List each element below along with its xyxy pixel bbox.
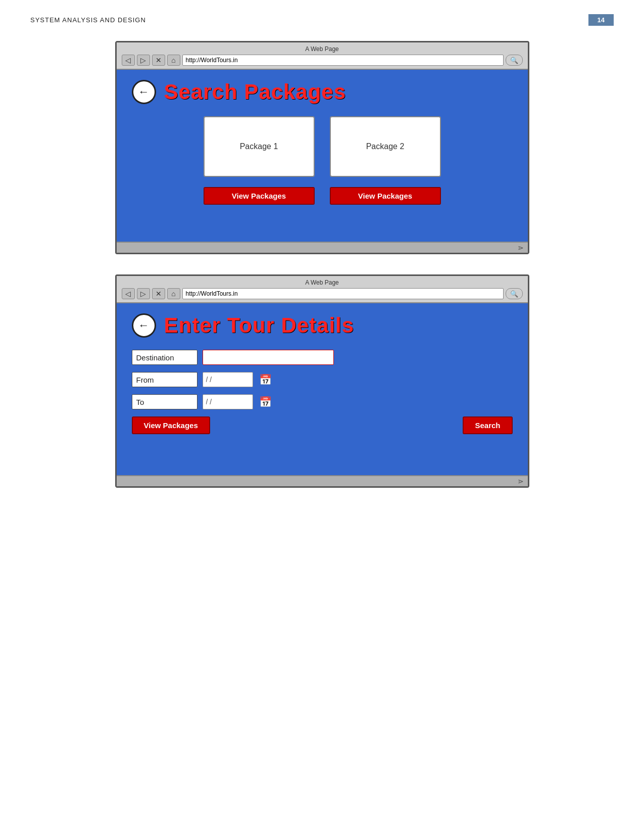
app-content-1: ← Search Packages Package 1 Package 2 Vi… [117, 70, 528, 242]
packages-buttons-row: View Packages View Packages [132, 187, 513, 205]
view-packages-button-2[interactable]: View Packages [132, 416, 210, 434]
windows-container: A Web Page ◁ ▷ ✕ ⌂ http://WorldTours.in … [0, 31, 644, 508]
to-date-input[interactable] [203, 394, 253, 409]
forward-button-2[interactable]: ▷ [137, 288, 150, 299]
page-number: 14 [588, 14, 614, 26]
destination-label: Destination [132, 350, 197, 365]
form-buttons-row: View Packages Search [132, 416, 513, 434]
resize-handle-1: ⋗ [518, 244, 524, 252]
browser-window-1: A Web Page ◁ ▷ ✕ ⌂ http://WorldTours.in … [115, 41, 529, 254]
from-date-input[interactable] [203, 372, 253, 387]
home-button-2[interactable]: ⌂ [167, 288, 180, 299]
view-packages-button-1b[interactable]: View Packages [330, 187, 441, 205]
destination-row: Destination [132, 350, 513, 365]
close-button-1[interactable]: ✕ [152, 55, 165, 66]
browser-title-bar-1: A Web Page [122, 45, 523, 53]
packages-grid: Package 1 Package 2 [132, 116, 513, 177]
to-calendar-icon[interactable]: 📅 [258, 394, 273, 409]
back-button-2[interactable]: ◁ [122, 288, 135, 299]
browser-nav-2: ◁ ▷ ✕ ⌂ http://WorldTours.in 🔍 [122, 288, 523, 299]
app-title-1: Search Packages [164, 80, 346, 104]
search-button-2[interactable]: Search [463, 416, 512, 434]
browser-window-2: A Web Page ◁ ▷ ✕ ⌂ http://WorldTours.in … [115, 274, 529, 488]
package-card-1: Package 1 [204, 116, 315, 177]
app-header-row-1: ← Search Packages [132, 80, 513, 104]
app-content-2: ← Enter Tour Details Destination From 📅 [117, 303, 528, 475]
address-bar-2[interactable]: http://WorldTours.in [182, 288, 504, 299]
from-calendar-icon[interactable]: 📅 [258, 372, 273, 387]
to-label: To [132, 394, 197, 409]
browser-statusbar-1: ⋗ [117, 242, 528, 253]
browser-toolbar-2: A Web Page ◁ ▷ ✕ ⌂ http://WorldTours.in … [117, 276, 528, 303]
package-card-2: Package 2 [330, 116, 441, 177]
forward-button-1[interactable]: ▷ [137, 55, 150, 66]
browser-toolbar-1: A Web Page ◁ ▷ ✕ ⌂ http://WorldTours.in … [117, 42, 528, 70]
resize-handle-2: ⋗ [518, 477, 524, 485]
from-row: From 📅 [132, 372, 513, 387]
home-button-1[interactable]: ⌂ [167, 55, 180, 66]
browser-title-bar-2: A Web Page [122, 279, 523, 286]
browser-nav-1: ◁ ▷ ✕ ⌂ http://WorldTours.in 🔍 [122, 55, 523, 66]
page-header: SYSTEM ANALYSIS AND DESIGN 14 [0, 0, 644, 31]
destination-input[interactable] [203, 350, 334, 365]
search-icon-1[interactable]: 🔍 [506, 55, 523, 66]
document-title: SYSTEM ANALYSIS AND DESIGN [30, 16, 146, 24]
browser-statusbar-2: ⋗ [117, 475, 528, 486]
app-header-row-2: ← Enter Tour Details [132, 313, 513, 338]
back-button-1[interactable]: ◁ [122, 55, 135, 66]
from-label: From [132, 372, 197, 387]
address-bar-1[interactable]: http://WorldTours.in [182, 55, 504, 66]
close-button-2[interactable]: ✕ [152, 288, 165, 299]
view-packages-button-1a[interactable]: View Packages [204, 187, 315, 205]
app-back-button-2[interactable]: ← [132, 313, 156, 338]
app-title-2: Enter Tour Details [164, 313, 355, 338]
search-icon-2[interactable]: 🔍 [506, 288, 523, 299]
app-back-button-1[interactable]: ← [132, 80, 156, 104]
to-row: To 📅 [132, 394, 513, 409]
